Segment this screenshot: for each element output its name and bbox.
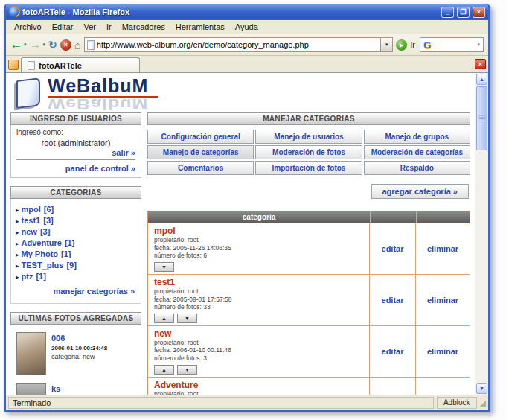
nav-manejo-usuarios[interactable]: Manejo de usuarios xyxy=(255,130,362,144)
scroll-down-button[interactable]: ▼ xyxy=(476,383,487,394)
nav-moderacion-fotos[interactable]: Moderación de fotos xyxy=(255,145,362,159)
latest-photos-list: 006 2006-01-10 00:34:48 categoria: new k… xyxy=(10,325,141,395)
logo-reflection: WeBalbuM xyxy=(48,97,158,111)
maximize-button[interactable]: ❐ xyxy=(457,7,470,18)
category-owner: propietario: root xyxy=(154,236,363,244)
forward-dropdown-icon[interactable]: ▾ xyxy=(43,42,46,48)
back-button[interactable]: ← xyxy=(10,39,22,51)
logout-link[interactable]: salir » xyxy=(16,148,135,157)
home-button[interactable]: ⌂ xyxy=(74,39,81,51)
edit-link[interactable]: editar xyxy=(382,244,404,253)
navigation-toolbar: ← ▾ → ▾ ↻ × ⌂ ▾ ▶ Ir G ▾ xyxy=(6,34,488,56)
main-content: MANEJAR CATEGORIAS Configuración general… xyxy=(147,112,470,395)
category-date: fecha: 2006-01-10 00:11:46 xyxy=(154,346,363,354)
edit-link[interactable]: editar xyxy=(382,347,404,356)
firefox-window: fotoARTele - Mozilla Firefox _ ❐ × Archi… xyxy=(4,4,490,412)
move-up-button[interactable]: ▲ xyxy=(154,365,174,375)
photo-item: 006 2006-01-10 00:34:48 categoria: new xyxy=(16,332,138,375)
tab-bar-icon[interactable] xyxy=(8,60,19,70)
delete-link[interactable]: eliminar xyxy=(427,347,458,356)
resize-grip[interactable]: ◢ xyxy=(480,399,486,407)
sidebar-category-adventure[interactable]: ▸Adventure[1] xyxy=(16,238,136,247)
minimize-button[interactable]: _ xyxy=(441,7,454,18)
photo-thumbnail[interactable] xyxy=(16,383,46,395)
close-tab-button[interactable]: × xyxy=(475,59,486,69)
menu-archivo[interactable]: Archivo xyxy=(9,21,47,33)
google-icon: G xyxy=(423,39,431,51)
nav-comentarios[interactable]: Comentarios xyxy=(147,161,254,175)
move-up-button[interactable]: ▲ xyxy=(154,314,174,323)
sidebar-category-test1[interactable]: ▸test1[3] xyxy=(16,216,136,225)
url-dropdown-icon[interactable]: ▾ xyxy=(380,38,392,51)
table-header-cell xyxy=(370,211,416,223)
menu-herramientas[interactable]: Herramientas xyxy=(170,21,230,33)
photo-category: categoria: new xyxy=(51,353,107,360)
vertical-scrollbar[interactable]: ▲ ▼ xyxy=(475,73,488,395)
sidebar: INGRESO DE USUARIOS ingresó como: root (… xyxy=(10,112,141,395)
menu-editar[interactable]: Editar xyxy=(47,21,79,33)
menu-marcadores[interactable]: Marcadores xyxy=(117,21,170,33)
titlebar[interactable]: fotoARTele - Mozilla Firefox _ ❐ × xyxy=(6,4,488,20)
reload-button[interactable]: ↻ xyxy=(48,39,57,50)
nav-manejo-categorias[interactable]: Manejo de categorías xyxy=(147,145,254,159)
sidebar-category-ptz[interactable]: ▸ptz[1] xyxy=(16,272,136,281)
nav-respaldo[interactable]: Respaldo xyxy=(364,161,470,175)
scroll-up-button[interactable]: ▲ xyxy=(476,74,487,85)
photo-thumbnail[interactable] xyxy=(16,332,46,375)
search-dropdown-icon[interactable]: ▾ xyxy=(477,42,480,48)
forward-button[interactable]: → xyxy=(30,39,42,51)
statusbar: Terminado Adblock ◢ xyxy=(6,395,488,410)
sidebar-category-mpol[interactable]: ▸mpol[6] xyxy=(16,205,136,214)
menu-ayuda[interactable]: Ayuda xyxy=(230,21,263,33)
search-input[interactable] xyxy=(433,41,475,49)
category-name: Adventure xyxy=(154,381,363,390)
menu-ver[interactable]: Ver xyxy=(78,21,101,33)
bullet-icon: ▸ xyxy=(16,240,19,247)
delete-link[interactable]: eliminar xyxy=(427,244,458,253)
scroll-thumb[interactable] xyxy=(476,86,487,150)
move-down-button[interactable]: ▼ xyxy=(154,262,174,272)
table-header-row: categoría xyxy=(148,211,470,223)
sidebar-category-new[interactable]: ▸new[3] xyxy=(16,227,136,236)
tab-fotoartele[interactable]: fotoARTele xyxy=(21,57,140,72)
manage-categories-link[interactable]: manejar categorías » xyxy=(16,283,136,300)
move-down-button[interactable]: ▼ xyxy=(177,314,197,323)
menu-ir[interactable]: Ir xyxy=(101,21,117,33)
move-down-button[interactable]: ▼ xyxy=(177,365,197,375)
photo-name-link[interactable]: 006 xyxy=(51,334,65,343)
category-date: fecha: 2005-11-26 14:06:35 xyxy=(154,244,363,252)
add-category-button[interactable]: agregar categoría » xyxy=(371,184,470,199)
control-panel-link[interactable]: panel de control » xyxy=(16,164,135,173)
stop-button[interactable]: × xyxy=(60,39,71,51)
delete-link[interactable]: eliminar xyxy=(427,296,458,305)
latest-photos-header: ULTIMAS FOTOS AGREGADAS xyxy=(10,312,141,325)
status-text: Terminado xyxy=(8,397,434,409)
category-name: mpol xyxy=(154,226,363,236)
table-row-test1: test1 propietario: root fecha: 2005-09-0… xyxy=(148,274,470,325)
bullet-icon: ▸ xyxy=(16,262,19,270)
edit-link[interactable]: editar xyxy=(382,296,404,305)
menubar: Archivo Editar Ver Ir Marcadores Herrami… xyxy=(6,20,488,34)
adblock-badge[interactable]: Adblock xyxy=(437,397,477,409)
webalbum-logo[interactable]: WeBalbuM xyxy=(48,77,158,95)
photo-date: 2006-01-10 00:34:48 xyxy=(51,345,107,351)
close-button[interactable]: × xyxy=(473,7,485,18)
photo-name-link[interactable]: ks xyxy=(51,384,60,393)
tab-bar: fotoARTele × xyxy=(6,56,488,73)
nav-manejo-grupos[interactable]: Manejo de grupos xyxy=(364,130,470,144)
nav-importacion-fotos[interactable]: Importación de fotos xyxy=(255,161,362,175)
nav-configuracion-general[interactable]: Configuración general xyxy=(147,130,254,144)
category-name: new xyxy=(154,329,363,339)
go-label[interactable]: Ir xyxy=(410,40,415,49)
sidebar-category-test-plus[interactable]: ▸TEST_plus[9] xyxy=(16,261,136,270)
url-input[interactable] xyxy=(95,40,380,49)
category-owner: propietario: root xyxy=(154,287,363,296)
nav-moderacion-categorias[interactable]: Moderación de categorías xyxy=(364,145,470,159)
table-row-adventure: Adventure propietario: root fecha: 2005-… xyxy=(148,377,470,395)
sidebar-category-my-photo[interactable]: ▸My Photo[1] xyxy=(16,249,136,258)
table-header-cell: categoría xyxy=(148,211,370,223)
table-header-cell xyxy=(416,211,470,223)
back-dropdown-icon[interactable]: ▾ xyxy=(24,42,27,48)
go-icon[interactable]: ▶ xyxy=(396,39,407,51)
browser-viewport: WeBalbuM WeBalbuM INGRESO DE USUARIOS in… xyxy=(6,73,488,395)
